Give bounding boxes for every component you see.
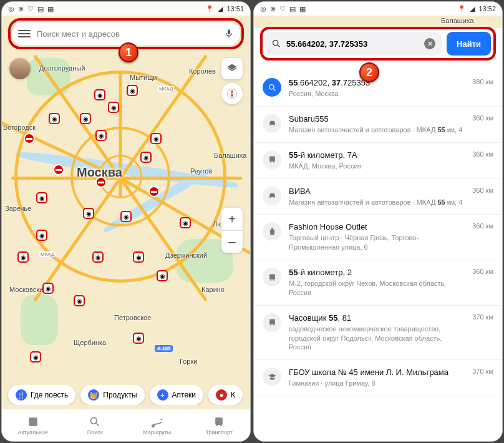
result-item[interactable]: ВИВАМагазин автозапчастей и автотоваров … <box>254 179 502 215</box>
traffic-pin[interactable] <box>120 211 132 222</box>
svg-point-3 <box>152 425 153 427</box>
svg-rect-15 <box>269 319 275 324</box>
chip-Продукты[interactable]: 🧺Продукты <box>80 385 144 405</box>
svg-point-10 <box>270 162 271 163</box>
traffic-pin[interactable] <box>92 251 104 263</box>
gps-icon: 📍 <box>205 5 214 13</box>
tab-transport[interactable]: Транспорт <box>188 409 251 441</box>
status-bar: ◎⊚♡▤▦ 📍 ◢ 13:51 <box>2 2 250 16</box>
result-item[interactable]: Fashion House OutletТорговый центр · Чёр… <box>254 215 502 260</box>
search-input[interactable] <box>286 39 419 49</box>
chip-Где поесть[interactable]: 🍴Где поесть <box>8 385 75 405</box>
traffic-block-pin[interactable] <box>95 177 107 188</box>
status-bar: ◎⊚♡▤▦ 📍◢13:52 <box>254 2 502 16</box>
traffic-pin[interactable] <box>127 85 138 96</box>
traffic-pin[interactable] <box>17 251 29 263</box>
traffic-pin[interactable] <box>150 133 162 144</box>
svg-rect-12 <box>269 274 275 279</box>
mic-icon[interactable] <box>224 27 234 40</box>
svg-point-16 <box>270 324 271 326</box>
result-item[interactable]: Часовщик 55, 81садоводческое некоммерчес… <box>254 306 502 361</box>
traffic-pin[interactable] <box>36 192 47 203</box>
svg-rect-9 <box>269 157 275 162</box>
traffic-block-pin[interactable] <box>53 164 64 175</box>
zoom-out-button[interactable]: – <box>221 230 243 253</box>
svg-point-13 <box>270 280 271 281</box>
search-input[interactable] <box>37 29 218 39</box>
traffic-pin[interactable] <box>83 208 94 219</box>
result-title: ГБОУ школа № 45 имени Л. И. Мильграма <box>289 368 465 377</box>
result-title: Fashion House Outlet <box>289 222 465 231</box>
city-label: Карино <box>201 286 225 293</box>
map-canvas[interactable]: МКАД МКАД Москва Долгопрудный Мытищи Кор… <box>2 2 250 441</box>
svg-point-14 <box>273 280 274 281</box>
grad-icon <box>263 368 281 386</box>
bus-icon <box>263 313 281 332</box>
tab-hot[interactable]: Актуальное <box>2 409 64 441</box>
zoom-in-button[interactable]: + <box>221 208 243 230</box>
traffic-pin[interactable] <box>94 89 105 100</box>
city-label: Богородск <box>3 124 36 131</box>
city-label: Балашиха <box>214 152 246 159</box>
traffic-pin[interactable] <box>36 230 47 241</box>
tab-routes[interactable]: Маршруты <box>126 409 188 441</box>
result-title: ВИВА <box>289 187 465 196</box>
result-distance: 380 км <box>472 78 493 99</box>
traffic-pin[interactable] <box>80 113 91 124</box>
category-chips: 🍴Где поесть🧺Продукты+Аптеки●К <box>2 385 250 405</box>
search-icon <box>263 78 281 97</box>
search-results: 55.664202, 37.725353Россия, Москва380 км… <box>254 71 502 441</box>
traffic-pin[interactable] <box>180 217 191 228</box>
traffic-pin[interactable] <box>95 130 107 141</box>
bottom-nav: Актуальное Поиск Маршруты Транспорт <box>2 409 250 441</box>
clear-icon[interactable]: ✕ <box>424 38 435 49</box>
svg-rect-1 <box>29 417 37 426</box>
traffic-pin[interactable] <box>49 113 60 124</box>
search-bar-highlight: ✕ Найти <box>260 27 496 61</box>
result-distance: 360 км <box>472 150 493 171</box>
step-badge-1: 1 <box>119 42 138 62</box>
result-item[interactable]: Subaru555Магазин автозапчастей и автотов… <box>254 107 502 143</box>
traffic-pin[interactable] <box>133 251 144 263</box>
traffic-pin[interactable] <box>42 283 54 294</box>
city-label: Дзержинский <box>165 251 207 259</box>
compass-button[interactable] <box>221 83 243 104</box>
city-label: Королёв <box>189 67 216 75</box>
menu-icon[interactable] <box>18 30 31 37</box>
traffic-pin[interactable] <box>74 295 85 306</box>
svg-point-17 <box>273 324 274 326</box>
result-item[interactable]: 55-й километр, 2М-2, городской округ Чех… <box>254 260 502 306</box>
traffic-pin[interactable] <box>30 351 41 363</box>
traffic-pin[interactable] <box>133 333 144 344</box>
tab-search[interactable]: Поиск <box>64 409 127 441</box>
chip-Аптеки[interactable]: +Аптеки <box>150 385 204 405</box>
city-label: Заречье <box>5 205 31 212</box>
traffic-pin[interactable] <box>140 152 152 163</box>
traffic-block-pin[interactable] <box>148 186 160 197</box>
city-label: Мытищи <box>130 74 157 81</box>
result-item[interactable]: 55-й километр, 7АМКАД, Москва, Россия360… <box>254 143 502 179</box>
avatar[interactable] <box>9 58 31 79</box>
chip-К[interactable]: ●К <box>208 385 243 405</box>
traffic-block-pin[interactable] <box>24 133 35 144</box>
result-title: 55-й километр, 7А <box>289 150 465 160</box>
car-icon <box>263 187 281 205</box>
result-title: 55.664202, 37.725353 <box>289 78 465 87</box>
result-subtitle: садоводческое некоммерческое товариществ… <box>289 324 465 353</box>
bag-icon <box>263 222 281 241</box>
city-label: Московский <box>9 286 47 293</box>
traffic-pin[interactable] <box>157 270 168 281</box>
result-item[interactable]: ГБОУ школа № 45 имени Л. И. МильграмаГим… <box>254 360 502 396</box>
traffic-pin[interactable] <box>108 102 119 113</box>
result-distance: 360 км <box>472 268 493 298</box>
layers-button[interactable] <box>221 58 243 79</box>
label-mkad: МКАД <box>158 86 174 92</box>
result-subtitle: Торговый центр · Чёрная Грязь, Торгово-П… <box>289 233 465 252</box>
svg-point-6 <box>220 424 222 426</box>
find-button[interactable]: Найти <box>447 32 491 56</box>
city-label: Балашиха <box>441 17 473 24</box>
clock: 13:51 <box>226 5 244 12</box>
car-icon <box>263 114 281 133</box>
search-field[interactable]: ✕ <box>265 32 442 56</box>
search-icon <box>271 39 281 49</box>
